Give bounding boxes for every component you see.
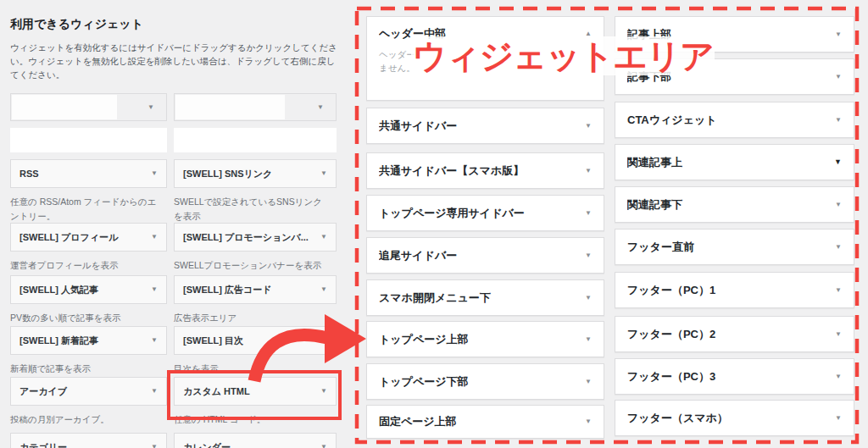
widgets-admin-screen: 利用できるウィジェット ウィジェットを有効化するにはサイドバーにドラッグするかク… bbox=[0, 0, 868, 448]
widget-calendar[interactable]: カレンダー ▼ bbox=[174, 433, 337, 448]
widget-title-input[interactable] bbox=[12, 95, 117, 119]
widget-area-toppage-sidebar[interactable]: トップページ専用サイドバー ▼ bbox=[366, 195, 604, 231]
widget-settings-panel bbox=[10, 128, 167, 152]
widget-desc: PV数の多い順で記事を表示 bbox=[10, 311, 163, 325]
widget-ad-code[interactable]: [SWELL] 広告コード ▼ bbox=[174, 275, 337, 304]
chevron-down-icon[interactable]: ▼ bbox=[151, 444, 158, 448]
widget-category[interactable]: カテゴリー ▼ bbox=[10, 433, 167, 448]
widget-toc[interactable]: [SWELL] 目次 ▼ bbox=[174, 326, 337, 355]
chevron-down-icon[interactable]: ▼ bbox=[151, 286, 158, 293]
chevron-down-icon[interactable]: ▼ bbox=[585, 418, 592, 425]
widget-label: [SWELL] SNSリンク bbox=[183, 168, 320, 180]
chevron-down-icon[interactable]: ▼ bbox=[320, 444, 327, 448]
widget-label: [SWELL] 新着記事 bbox=[19, 335, 151, 347]
widget-area-footer-sp[interactable]: フッター（スマホ） ▼ bbox=[615, 400, 854, 436]
widget-area-footer-pc-2[interactable]: フッター（PC）2 ▼ bbox=[615, 316, 854, 352]
chevron-down-icon[interactable]: ▼ bbox=[835, 244, 842, 251]
widget-promotion-banner[interactable]: [SWELL] プロモーションバ... ▼ bbox=[174, 223, 337, 252]
widget-label: [SWELL] プロモーションバ... bbox=[183, 231, 320, 244]
widget-desc: 運営者プロフィールを表示 bbox=[10, 258, 163, 273]
widget-blank-1[interactable]: ▼ bbox=[10, 93, 167, 121]
chevron-down-icon[interactable]: ▼ bbox=[585, 336, 592, 343]
widget-area-annotation: ウィジェットエリア bbox=[411, 36, 715, 75]
widget-label: [SWELL] 人気記事 bbox=[19, 284, 151, 296]
chevron-down-icon[interactable]: ▼ bbox=[835, 31, 842, 38]
chevron-down-icon[interactable]: ▼ bbox=[585, 123, 592, 130]
widget-area-footer-pc-3[interactable]: フッター（PC）3 ▼ bbox=[615, 358, 854, 395]
widget-settings-panel bbox=[174, 128, 337, 152]
chevron-down-icon[interactable]: ▼ bbox=[320, 337, 327, 344]
widget-archive[interactable]: アーカイブ ▼ bbox=[10, 377, 167, 406]
widget-desc: 投稿の月別アーカイブ。 bbox=[10, 412, 163, 427]
available-widgets-intro: ウィジェットを有効化するにはサイドバーにドラッグするかクリックしてください。ウィ… bbox=[10, 41, 344, 81]
widget-label: [SWELL] 目次 bbox=[183, 335, 320, 347]
chevron-down-icon[interactable]: ▼ bbox=[585, 168, 592, 174]
widget-area-toppage-bottom[interactable]: トップページ下部 ▼ bbox=[366, 363, 604, 400]
widget-area-sticky-sidebar[interactable]: 追尾サイドバー ▼ bbox=[366, 237, 604, 274]
widget-sns-link[interactable]: [SWELL] SNSリンク ▼ bbox=[174, 159, 337, 188]
chevron-down-icon[interactable]: ▼ bbox=[585, 210, 592, 217]
chevron-down-icon[interactable]: ▼ bbox=[320, 170, 327, 177]
widget-desc: 任意の RSS/Atom フィードからのエントリー。 bbox=[10, 195, 159, 224]
custom-html-highlight-box bbox=[167, 370, 342, 420]
chevron-down-icon[interactable]: ▼ bbox=[835, 415, 842, 422]
chevron-down-icon[interactable]: ▼ bbox=[835, 287, 842, 294]
widget-new-posts[interactable]: [SWELL] 新着記事 ▼ bbox=[10, 326, 167, 355]
chevron-down-icon[interactable]: ▼ bbox=[151, 337, 158, 344]
chevron-down-icon[interactable]: ▼ bbox=[147, 104, 154, 111]
widget-area-toppage-top[interactable]: トップページ上部 ▼ bbox=[366, 321, 604, 357]
widget-area-cta[interactable]: CTAウィジェット ▼ bbox=[615, 102, 854, 138]
widget-area-footer-pc-1[interactable]: フッター（PC）1 ▼ bbox=[615, 272, 854, 308]
widget-area-related-bottom[interactable]: 関連記事下 ▼ bbox=[615, 186, 854, 223]
widget-area-sp-menu-under[interactable]: スマホ開閉メニュー下 ▼ bbox=[366, 279, 604, 316]
chevron-down-icon[interactable]: ▼ bbox=[151, 170, 158, 177]
chevron-down-icon[interactable]: ▼ bbox=[151, 234, 158, 241]
widget-profile[interactable]: [SWELL] プロフィール ▼ bbox=[10, 223, 167, 252]
widget-label: RSS bbox=[19, 169, 151, 179]
chevron-down-icon[interactable]: ▼ bbox=[835, 202, 842, 208]
widget-label: カレンダー bbox=[183, 441, 320, 448]
chevron-down-icon[interactable]: ▼ bbox=[585, 379, 592, 385]
widget-area-common-sidebar-sp[interactable]: 共通サイドバー【スマホ版】 ▼ bbox=[366, 152, 604, 189]
widget-desc: 新着順で記事を表示 bbox=[10, 362, 163, 376]
widget-area-related-top[interactable]: 関連記事上 ▼ bbox=[615, 144, 854, 180]
chevron-down-icon[interactable]: ▼ bbox=[320, 286, 327, 293]
chevron-down-icon[interactable]: ▼ bbox=[835, 331, 842, 338]
widget-label: [SWELL] 広告コード bbox=[183, 284, 320, 296]
chevron-down-icon[interactable]: ▼ bbox=[585, 252, 592, 259]
widget-rss[interactable]: RSS ▼ bbox=[10, 159, 167, 188]
chevron-down-icon[interactable]: ▼ bbox=[835, 373, 842, 380]
chevron-down-icon[interactable]: ▼ bbox=[317, 104, 324, 111]
widget-area-footer-before[interactable]: フッター直前 ▼ bbox=[615, 229, 854, 265]
chevron-down-icon[interactable]: ▼ bbox=[835, 117, 842, 124]
chevron-down-icon[interactable]: ▼ bbox=[585, 295, 592, 301]
widget-desc: 広告表示エリア bbox=[174, 311, 335, 325]
widget-label: カテゴリー bbox=[19, 441, 151, 448]
widget-desc: SWELLプロモーションバナーを表示 bbox=[174, 258, 335, 273]
chevron-down-icon[interactable]: ▼ bbox=[834, 158, 842, 166]
widget-area-fixedpage-top[interactable]: 固定ページ上部 ▼ bbox=[366, 405, 604, 439]
widget-title-input[interactable] bbox=[175, 95, 285, 119]
widget-blank-2[interactable]: ▼ bbox=[174, 93, 337, 121]
widget-area-common-sidebar[interactable]: 共通サイドバー ▼ bbox=[366, 108, 604, 144]
widget-area-annotation-label: ウィジェットエリア bbox=[413, 33, 714, 80]
chevron-down-icon[interactable]: ▼ bbox=[835, 74, 842, 80]
widget-label: [SWELL] プロフィール bbox=[19, 231, 151, 244]
widget-popular-posts[interactable]: [SWELL] 人気記事 ▼ bbox=[10, 275, 167, 304]
available-widgets-heading: 利用できるウィジェット bbox=[10, 17, 143, 32]
chevron-down-icon[interactable]: ▼ bbox=[320, 234, 327, 241]
chevron-down-icon[interactable]: ▼ bbox=[151, 388, 158, 395]
widget-label: アーカイブ bbox=[19, 385, 151, 398]
widget-desc: SWELLで設定されているSNSリンクを表示 bbox=[174, 195, 330, 224]
